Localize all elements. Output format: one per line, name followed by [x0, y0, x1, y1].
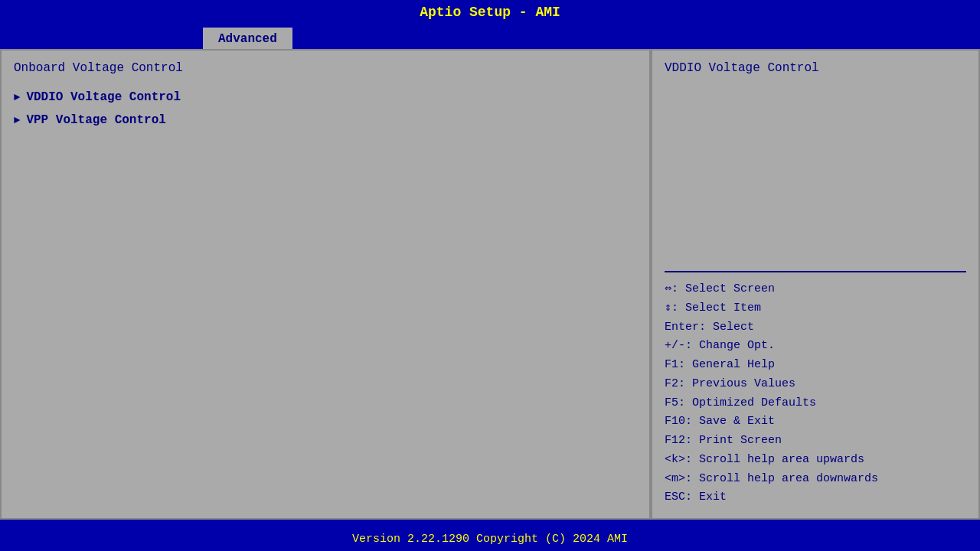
shortcut-f5: F5: Optimized Defaults: [665, 394, 966, 413]
shortcut-f1: F1: General Help: [665, 356, 966, 375]
arrow-icon: ►: [14, 91, 20, 103]
main-content: Onboard Voltage Control ► VDDIO Voltage …: [0, 49, 980, 520]
title-text: Aptio Setup - AMI: [420, 5, 560, 20]
shortcut-list: ⇔: Select Screen ⇕: Select Item Enter: S…: [665, 280, 966, 507]
shortcut-change-opt: +/-: Change Opt.: [665, 337, 966, 356]
menu-item-vpp[interactable]: ► VPP Voltage Control: [14, 112, 637, 129]
tab-bar: Advanced: [0, 24, 980, 49]
shortcut-f2: F2: Previous Values: [665, 375, 966, 394]
menu-item-vddio[interactable]: ► VDDIO Voltage Control: [14, 89, 637, 106]
footer: Version 2.22.1290 Copyright (C) 2024 AMI: [0, 527, 980, 551]
shortcut-f12: F12: Print Screen: [665, 432, 966, 451]
footer-text: Version 2.22.1290 Copyright (C) 2024 AMI: [352, 533, 628, 546]
shortcut-m: <m>: Scroll help area downwards: [665, 470, 966, 489]
shortcut-k: <k>: Scroll help area upwards: [665, 451, 966, 470]
left-panel-title: Onboard Voltage Control: [14, 61, 637, 75]
help-title: VDDIO Voltage Control: [665, 61, 966, 75]
left-panel: Onboard Voltage Control ► VDDIO Voltage …: [0, 49, 651, 520]
shortcut-f10: F10: Save & Exit: [665, 412, 966, 432]
tab-advanced[interactable]: Advanced: [203, 28, 292, 49]
right-panel: VDDIO Voltage Control ⇔: Select Screen ⇕…: [651, 49, 980, 520]
divider: [665, 271, 966, 272]
app-title: Aptio Setup - AMI: [0, 0, 980, 24]
shortcut-enter: Enter: Select: [665, 318, 966, 337]
vpp-label: VPP Voltage Control: [26, 113, 165, 127]
vddio-label: VDDIO Voltage Control: [26, 90, 181, 104]
help-area: [665, 83, 966, 263]
arrow-icon-2: ►: [14, 114, 20, 126]
shortcut-esc: ESC: Exit: [665, 488, 966, 507]
shortcut-select-item: ⇕: Select Item: [665, 299, 966, 318]
shortcut-select-screen: ⇔: Select Screen: [665, 280, 966, 299]
